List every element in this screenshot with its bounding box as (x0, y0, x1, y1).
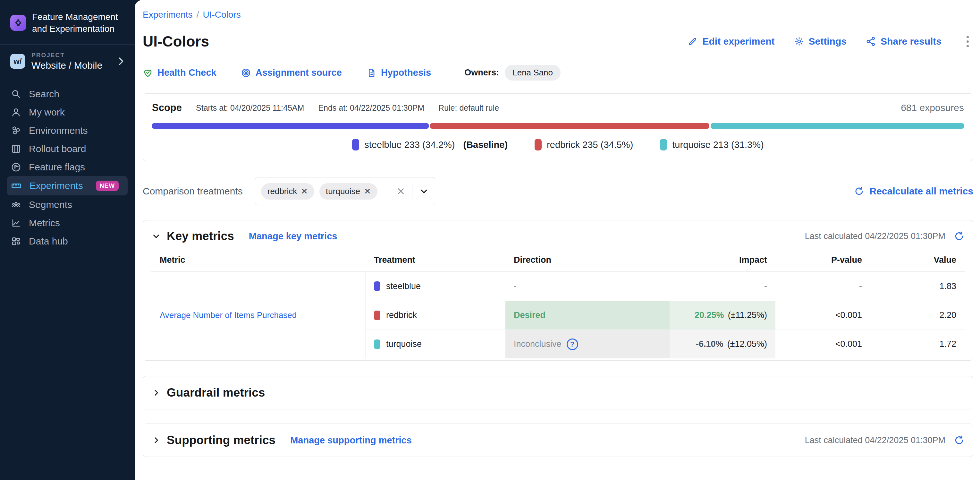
column-header-value: Value (870, 252, 965, 272)
settings-button[interactable]: Settings (794, 36, 846, 47)
heart-check-icon (143, 68, 153, 78)
value-cell-redbrick: 2.20 (870, 301, 965, 330)
column-header-metric: Metric (151, 252, 366, 272)
pencil-icon (687, 36, 698, 46)
legend-item-redbrick: redbrick 235 (34.5%) (535, 139, 633, 150)
turquoise-swatch (374, 340, 380, 349)
chevron-right-icon (115, 56, 126, 67)
flag-icon (11, 162, 21, 172)
sidebar-item-segments[interactable]: Segments (0, 195, 135, 214)
bar-segment-redbrick (430, 123, 710, 129)
refresh-icon[interactable] (954, 231, 965, 242)
assignment-source-link[interactable]: Assignment source (241, 67, 342, 78)
pvalue-cell-turquoise: <0.001 (775, 330, 870, 359)
expand-chevron-icon[interactable] (151, 435, 161, 445)
manage-supporting-metrics-link[interactable]: Manage supporting metrics (290, 435, 412, 446)
chip-turquoise[interactable]: turquoise ✕ (320, 183, 377, 199)
owners-row: Owners: Lena Sano (465, 65, 560, 81)
treatment-cell-redbrick: redbrick (366, 301, 505, 330)
sidebar-item-experiments[interactable]: Experiments NEW (7, 176, 127, 195)
metric-name-cell: Average Number of Items Purchased (151, 272, 366, 359)
column-header-impact: Impact (670, 252, 775, 272)
people-icon (11, 199, 21, 210)
app-logo-icon (10, 15, 26, 31)
select-divider (412, 184, 412, 199)
page-title: UI-Colors (143, 33, 209, 50)
manage-key-metrics-link[interactable]: Manage key metrics (249, 231, 337, 242)
chip-redbrick[interactable]: redbrick ✕ (261, 183, 314, 199)
share-icon (866, 36, 876, 46)
line-chart-icon (11, 218, 21, 228)
key-metrics-last-calculated: Last calculated 04/22/2025 01:30PM (805, 231, 945, 241)
edit-experiment-button[interactable]: Edit experiment (687, 36, 775, 47)
app-title: Feature Management and Experimentation (32, 11, 118, 35)
hypothesis-link[interactable]: Hypothesis (366, 67, 431, 78)
sidebar-item-search[interactable]: Search (0, 85, 135, 103)
sidebar-item-metrics[interactable]: Metrics (0, 214, 135, 232)
help-icon[interactable]: ? (566, 338, 578, 350)
redbrick-swatch (374, 311, 380, 320)
ruler-icon (11, 180, 22, 191)
sidebar-item-feature-flags[interactable]: Feature flags (0, 158, 135, 176)
project-badge: w/ (10, 54, 25, 69)
direction-cell-steelblue: - (505, 272, 670, 301)
breadcrumb-separator: / (197, 10, 199, 20)
project-switcher[interactable]: w/ PROJECT Website / Mobile (0, 45, 135, 78)
sidebar: Feature Management and Experimentation w… (0, 0, 135, 480)
value-cell-steelblue: 1.83 (870, 272, 965, 301)
comparison-treatments-label: Comparison treatments (143, 186, 243, 197)
app-logo-row[interactable]: Feature Management and Experimentation (0, 0, 135, 44)
bar-segment-turquoise (711, 123, 964, 129)
treatment-legend: steelblue 233 (34.2%) (Baseline) redbric… (152, 139, 964, 150)
scope-starts-at: Starts at: 04/20/2025 11:45AM (196, 103, 304, 113)
sidebar-item-data-hub[interactable]: Data hub (0, 232, 135, 250)
steelblue-swatch (374, 281, 380, 291)
breadcrumb-experiments[interactable]: Experiments (143, 10, 193, 20)
data-hub-icon (11, 236, 21, 246)
value-cell-turquoise: 1.72 (870, 330, 965, 359)
supporting-metrics-card: Supporting metrics Manage supporting met… (143, 424, 973, 457)
supporting-last-calculated: Last calculated 04/22/2025 01:30PM (805, 435, 945, 445)
sidebar-item-rollout-board[interactable]: Rollout board (0, 140, 135, 158)
board-columns-icon (11, 144, 21, 154)
scope-card: Scope Starts at: 04/20/2025 11:45AM Ends… (143, 93, 973, 161)
treatment-cell-turquoise: turquoise (366, 330, 505, 359)
treatment-cell-steelblue: steelblue (366, 272, 505, 301)
exposure-distribution-bar (152, 123, 964, 129)
breadcrumb: Experiments / UI-Colors (143, 10, 973, 20)
header-actions: Edit experiment Settings Share results (687, 34, 973, 49)
chevron-down-icon[interactable] (419, 186, 429, 196)
scope-ends-at: Ends at: 04/22/2025 01:30PM (318, 103, 424, 113)
more-options-button[interactable] (962, 34, 973, 49)
clear-all-icon[interactable] (396, 187, 406, 196)
guardrail-metrics-title: Guardrail metrics (167, 386, 265, 399)
exposures-count: 681 exposures (901, 102, 964, 113)
impact-cell-steelblue: - (670, 272, 775, 301)
sidebar-item-my-work[interactable]: My work (0, 103, 135, 121)
column-header-treatment: Treatment (366, 252, 505, 272)
treatments-multiselect[interactable]: redbrick ✕ turquoise ✕ (255, 177, 435, 205)
column-header-direction: Direction (505, 252, 670, 272)
refresh-icon (854, 186, 864, 196)
health-check-link[interactable]: Health Check (143, 67, 216, 78)
bullseye-icon (241, 68, 251, 78)
sidebar-item-environments[interactable]: Environments (0, 121, 135, 140)
share-results-button[interactable]: Share results (866, 36, 942, 47)
expand-chevron-icon[interactable] (151, 388, 161, 397)
collapse-chevron-icon[interactable] (151, 231, 161, 241)
metric-link[interactable]: Average Number of Items Purchased (160, 310, 297, 320)
recalculate-all-metrics-button[interactable]: Recalculate all metrics (854, 186, 973, 197)
legend-item-steelblue: steelblue 233 (34.2%) (Baseline) (352, 139, 508, 150)
project-label: PROJECT (32, 52, 115, 59)
experiment-links-row: Health Check Assignment source Hypothesi… (143, 65, 973, 81)
owner-chip[interactable]: Lena Sano (505, 65, 560, 81)
remove-redbrick-icon[interactable]: ✕ (301, 187, 308, 196)
guardrail-metrics-card: Guardrail metrics (143, 376, 973, 410)
breadcrumb-current[interactable]: UI-Colors (203, 10, 240, 20)
remove-turquoise-icon[interactable]: ✕ (364, 187, 371, 196)
direction-cell-redbrick: Desired (505, 301, 670, 330)
owners-label: Owners: (465, 68, 499, 78)
scope-title: Scope (152, 102, 182, 113)
refresh-icon[interactable] (954, 435, 965, 446)
column-header-pvalue: P-value (775, 252, 870, 272)
